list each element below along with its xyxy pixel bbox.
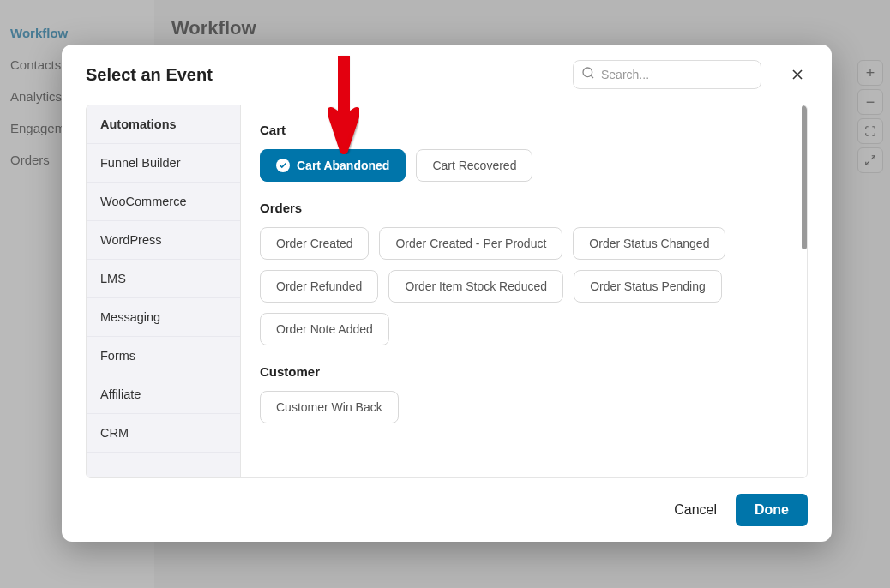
close-button[interactable] (787, 64, 808, 85)
event-label: Order Item Stock Reduced (405, 279, 547, 293)
cancel-button[interactable]: Cancel (674, 502, 717, 518)
modal-title: Select an Event (86, 65, 562, 85)
event-order-status-changed[interactable]: Order Status Changed (573, 227, 725, 260)
done-button[interactable]: Done (736, 494, 808, 526)
category-forms[interactable]: Forms (87, 337, 240, 375)
event-label: Customer Win Back (276, 400, 382, 414)
event-cart-recovered[interactable]: Cart Recovered (416, 149, 532, 182)
svg-point-2 (583, 68, 592, 77)
close-icon (789, 66, 806, 83)
section-cart-events: Cart Abandoned Cart Recovered (260, 149, 788, 182)
category-messaging[interactable]: Messaging (87, 298, 240, 337)
event-label: Cart Recovered (432, 159, 516, 172)
category-list[interactable]: Automations Funnel Builder WooCommerce W… (87, 105, 241, 477)
event-label: Order Created - Per Product (395, 237, 546, 250)
scrollbar-thumb[interactable] (802, 105, 807, 249)
modal-body: Automations Funnel Builder WooCommerce W… (86, 105, 808, 478)
modal-footer: Cancel Done (62, 478, 832, 542)
modal-header: Select an Event (62, 45, 832, 105)
event-order-refunded[interactable]: Order Refunded (260, 270, 378, 303)
section-customer-events: Customer Win Back (260, 391, 788, 423)
section-title-customer: Customer (260, 364, 788, 379)
category-crm[interactable]: CRM (87, 414, 240, 453)
select-event-modal: Select an Event Automations Funnel Build… (62, 45, 832, 542)
event-customer-win-back[interactable]: Customer Win Back (260, 391, 399, 423)
event-cart-abandoned[interactable]: Cart Abandoned (260, 149, 406, 182)
svg-line-3 (591, 75, 593, 78)
category-wordpress[interactable]: WordPress (87, 221, 240, 260)
event-label: Cart Abandoned (297, 159, 389, 172)
event-label: Order Refunded (276, 279, 362, 293)
event-label: Order Created (276, 237, 352, 250)
event-panel[interactable]: Cart Cart Abandoned Cart Recovered Order… (241, 105, 807, 477)
category-woocommerce[interactable]: WooCommerce (87, 183, 240, 221)
category-lms[interactable]: LMS (87, 260, 240, 298)
event-order-status-pending[interactable]: Order Status Pending (574, 270, 722, 303)
event-order-created[interactable]: Order Created (260, 227, 369, 260)
event-order-note-added[interactable]: Order Note Added (260, 313, 389, 345)
category-funnel-builder[interactable]: Funnel Builder (87, 144, 240, 183)
event-order-item-stock-reduced[interactable]: Order Item Stock Reduced (388, 270, 563, 303)
section-title-orders: Orders (260, 201, 788, 215)
section-orders-events: Order Created Order Created - Per Produc… (260, 227, 788, 345)
search-icon (581, 66, 595, 83)
category-affiliate[interactable]: Affiliate (87, 375, 240, 414)
event-order-created-per-product[interactable]: Order Created - Per Product (379, 227, 562, 260)
event-label: Order Note Added (276, 322, 373, 336)
search-wrap (573, 60, 761, 89)
event-label: Order Status Changed (589, 237, 709, 250)
category-automations[interactable]: Automations (87, 105, 240, 144)
section-title-cart: Cart (260, 123, 788, 137)
check-icon (276, 159, 290, 172)
event-label: Order Status Pending (590, 279, 706, 293)
search-input[interactable] (573, 60, 761, 89)
